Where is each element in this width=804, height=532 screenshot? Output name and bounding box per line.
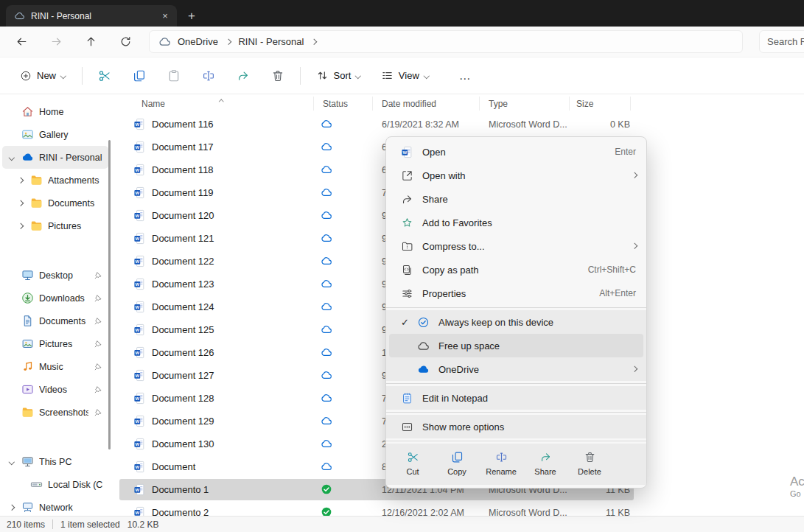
cloud-status-icon [321,301,332,312]
this-pc-icon [21,455,34,468]
sidebar-item-pictures[interactable]: Pictures [2,332,108,355]
sidebar-item-home[interactable]: Home [2,100,108,123]
quick-action-label: Share [534,467,556,476]
column-divider[interactable] [569,97,570,111]
column-header-type[interactable]: Type [489,99,508,109]
delete-button[interactable] [264,63,292,88]
copy-button[interactable] [125,63,153,88]
sidebar-item-documents[interactable]: Documents [2,192,108,214]
sidebar-item-attachments[interactable]: Attachments [2,169,108,192]
file-row[interactable]: WDocument 1166/19/2021 8:32 AMMicrosoft … [112,113,804,136]
tab-close-button[interactable]: × [157,8,173,24]
sidebar-item-this-pc[interactable]: This PC [2,450,108,473]
sidebar-item-label: Network [39,503,103,513]
view-button[interactable]: View [374,64,436,87]
sidebar-item-pictures[interactable]: Pictures [2,214,108,237]
menu-item-share[interactable]: Share [386,187,646,211]
quick-rename-button[interactable]: Rename [479,448,523,479]
desktop-icon [21,269,34,281]
sidebar-item-network[interactable]: Network [2,496,108,516]
column-divider[interactable] [479,97,480,111]
chevron-down-icon[interactable] [7,460,16,464]
scrollbar-thumb[interactable] [108,140,111,449]
sidebar-item-documents[interactable]: Documents [2,309,108,332]
onedrive-cloud-icon [158,35,171,48]
new-button[interactable]: New [12,65,74,87]
more-options-button[interactable]: … [452,63,478,88]
sidebar-item-label: This PC [39,457,103,467]
watermark-line2: Go [790,489,804,500]
items-count: 210 items [7,519,45,530]
menu-item-open-with[interactable]: Open with [386,164,646,187]
forward-button[interactable] [45,31,67,53]
chevron-down-icon[interactable] [7,155,16,160]
menu-separator [386,441,646,441]
quick-cut-button[interactable]: Cut [391,448,435,479]
menu-item-free-up-space[interactable]: Free up space [389,334,643,357]
column-divider[interactable] [372,97,373,111]
rename-button[interactable] [195,63,223,88]
sort-icon [316,69,329,82]
chevron-right-icon[interactable] [15,178,25,183]
pin-icon [94,362,103,371]
column-header-size[interactable]: Size [576,99,593,109]
sidebar-item-screenshots[interactable]: Screenshots [2,401,108,424]
refresh-icon [119,35,132,48]
file-name: Document [152,461,195,472]
sidebar-item-desktop[interactable]: Desktop [2,264,108,287]
chevron-right-icon[interactable] [15,201,25,206]
menu-item-compress-to[interactable]: Compress to... [386,234,646,258]
column-header-name[interactable]: Name [141,99,165,109]
toolbar-divider [300,67,301,85]
breadcrumb-chevron[interactable] [225,40,232,44]
column-divider[interactable] [313,97,314,111]
breadcrumb-onedrive[interactable]: OneDrive [178,36,218,47]
sidebar-item-label: Music [39,362,88,372]
menu-item-copy-as-path[interactable]: Copy as pathCtrl+Shift+C [386,258,646,281]
paste-button[interactable] [160,63,188,88]
menu-item-onedrive[interactable]: OneDrive [386,357,646,381]
breadcrumb-rini-personal[interactable]: RINI - Personal [238,36,304,47]
menu-item-edit-in-notepad[interactable]: Edit in Notepad [386,386,646,410]
quick-copy-button[interactable]: Copy [435,448,479,479]
sort-button[interactable]: Sort [309,64,368,87]
explorer-tab[interactable]: RINI - Personal × [6,5,177,27]
selection-size: 10.2 KB [127,519,159,530]
plus-circle-icon [20,70,32,82]
sidebar-item-gallery[interactable]: Gallery [2,123,108,146]
menu-item-open[interactable]: WOpenEnter [386,140,646,164]
sidebar-item-label: Videos [39,385,88,395]
search-input[interactable]: Search R [759,30,804,53]
cloud-status-icon [321,415,332,427]
selection-count: 1 item selected [60,519,120,530]
menu-item-always-keep-on-this-device[interactable]: ✓Always keep on this device [386,310,646,334]
copy-icon [451,451,464,463]
share-button[interactable] [229,63,257,88]
address-bar[interactable]: OneDrive RINI - Personal [149,30,743,53]
breadcrumb-chevron[interactable] [310,40,318,44]
sidebar-item-videos[interactable]: Videos [2,378,108,401]
menu-item-properties[interactable]: PropertiesAlt+Enter [386,281,646,305]
chevron-right-icon[interactable] [15,224,25,228]
menu-item-show-more-options[interactable]: Show more options [386,415,646,438]
chevron-right-icon[interactable] [7,505,16,510]
sidebar-item-music[interactable]: Music [2,355,108,378]
menu-item-add-to-favorites[interactable]: Add to Favorites [386,211,646,234]
refresh-button[interactable] [114,31,136,53]
sidebar-item-downloads[interactable]: Downloads [2,287,108,309]
up-button[interactable] [80,31,102,53]
column-divider[interactable] [630,97,631,111]
back-button[interactable] [10,31,32,53]
quick-delete-button[interactable]: Delete [567,448,612,479]
sidebar-item-rini-personal[interactable]: RINI - Personal [2,146,108,169]
cut-icon [407,451,419,463]
cut-button[interactable] [91,63,119,88]
sidebar-item-local-disk-c[interactable]: Local Disk (C:) [2,473,108,496]
new-tab-button[interactable]: + [188,10,195,22]
quick-share-button[interactable]: Share [523,448,567,479]
file-row[interactable]: WDocumento 212/16/2021 2:02 AMMicrosoft … [112,501,804,516]
column-header-date-modified[interactable]: Date modified [382,99,436,109]
cloud-status-icon [321,164,332,175]
column-header-status[interactable]: Status [323,99,348,109]
word-icon: W [401,146,413,158]
